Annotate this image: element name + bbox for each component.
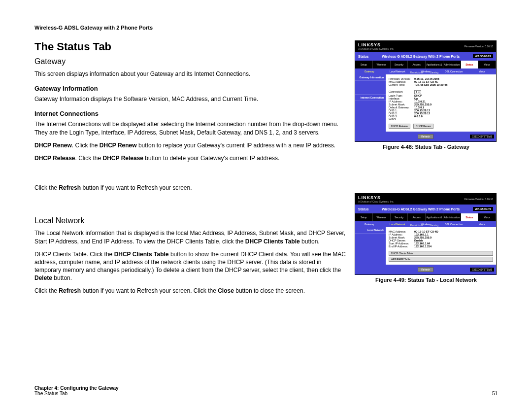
side-internetconn: Internet Connection	[355, 95, 386, 101]
dhcp-renew-label: DHCP Renew	[34, 142, 72, 149]
page-title: The Status Tab	[34, 40, 346, 53]
tab-security[interactable]: Security	[391, 213, 408, 221]
subtab-wireless[interactable]: Wireless	[411, 221, 439, 227]
dhcp-clients-table-button[interactable]: DHCP Clients Table	[389, 251, 493, 256]
refresh-note-1: Click the Refresh button if you want to …	[34, 184, 346, 192]
linksys-logo: LINKSYS	[358, 42, 394, 47]
local-p2: DHCP Clients Table. Click the DHCP Clien…	[34, 250, 346, 282]
figure-4-49-caption: Figure 4-49: Status Tab - Local Network	[355, 277, 498, 283]
nav-tabs[interactable]: Setup Wireless Security Access Restricti…	[355, 61, 496, 68]
local-p1: The Local Network information that is di…	[34, 229, 346, 245]
dhcp-renew-button[interactable]: DHCP Renew	[413, 124, 433, 129]
tab-status[interactable]: Status	[461, 213, 479, 221]
sub-tabs[interactable]: Gateway Local Network Wireless DSL Conne…	[355, 221, 496, 227]
footer-left: Chapter 4: Configuring the Gateway The S…	[34, 385, 119, 396]
subtab-local[interactable]: Local Network	[383, 221, 411, 227]
arp-rarp-table-button[interactable]: ARP/RARP Table	[389, 257, 493, 262]
dhcp-release-text: DHCP Release. Click the DHCP Release but…	[34, 154, 346, 162]
tab-admin[interactable]: Administration	[443, 213, 461, 221]
section-local-heading: Local Network	[34, 216, 346, 225]
cisco-logo: CISCO SYSTEMS	[470, 135, 494, 138]
page-number: 51	[492, 391, 498, 396]
figure-4-48-screenshot: LINKSYS A Division of Cisco Systems, Inc…	[355, 40, 497, 142]
subtab-wireless[interactable]: Wireless	[411, 68, 439, 74]
internet-conn-heading: Internet Connections	[34, 110, 346, 117]
tab-apps[interactable]: Applications & Gaming	[426, 213, 443, 221]
dhcp-renew-text: DHCP Renew. Click the DHCP Renew button …	[34, 141, 346, 149]
gateway-info-text: Gateway Information displays the Softwar…	[34, 95, 346, 103]
internet-conn-text: The Internet Connections will be display…	[34, 120, 346, 136]
side-localnet: Local Network	[355, 227, 386, 234]
subtab-local[interactable]: Local Network	[383, 68, 411, 74]
subtab-dsl[interactable]: DSL Connection	[440, 221, 468, 227]
dhcp-release-button[interactable]: DHCP Release	[389, 124, 410, 129]
nav-tabs[interactable]: Setup Wireless Security Access Restricti…	[355, 213, 496, 221]
dhcp-release-label: DHCP Release	[34, 155, 75, 162]
subtab-voice[interactable]: Voice	[468, 68, 496, 74]
local-p3: Click the Refresh button if you want to …	[34, 287, 346, 295]
side-gatewayinfo: Gateway Information	[355, 74, 386, 81]
tab-setup[interactable]: Setup	[355, 213, 373, 221]
refresh-button[interactable]: Refresh	[418, 134, 433, 139]
figure-4-49-screenshot: LINKSYS A Division of Cisco Systems, Inc…	[355, 193, 497, 275]
tab-setup[interactable]: Setup	[355, 61, 373, 68]
section-gateway-heading: Gateway	[34, 57, 346, 66]
tab-voice[interactable]: Voice	[478, 213, 496, 221]
tab-security[interactable]: Security	[391, 61, 408, 68]
linksys-logo: LINKSYS	[358, 195, 394, 200]
connection-select[interactable]: 1 ▾	[414, 90, 421, 94]
tab-wireless[interactable]: Wireless	[373, 213, 391, 221]
tab-voice[interactable]: Voice	[478, 61, 496, 68]
doc-header: Wireless-G ADSL Gateway with 2 Phone Por…	[34, 25, 498, 31]
refresh-button[interactable]: Refresh	[418, 267, 433, 272]
subtab-gateway[interactable]: Gateway	[355, 221, 383, 227]
gateway-info-heading: Gateway Information	[34, 85, 346, 92]
tab-wireless[interactable]: Wireless	[373, 61, 391, 68]
sub-tabs[interactable]: Gateway Local Network Wireless DSL Conne…	[355, 68, 496, 74]
subtab-voice[interactable]: Voice	[468, 221, 496, 227]
figure-4-48-caption: Figure 4-48: Status Tab - Gateway	[355, 144, 498, 150]
subtab-dsl[interactable]: DSL Connection	[440, 68, 468, 74]
tab-access[interactable]: Access Restrictions	[408, 213, 426, 221]
cisco-logo: CISCO SYSTEMS	[470, 268, 494, 272]
tab-access[interactable]: Access Restrictions	[408, 61, 426, 68]
subtab-gateway[interactable]: Gateway	[355, 68, 383, 74]
tab-apps[interactable]: Applications & Gaming	[426, 61, 443, 68]
status-section-label: Status	[358, 55, 368, 58]
tab-admin[interactable]: Administration	[443, 61, 461, 68]
gateway-intro: This screen displays information about y…	[34, 70, 346, 78]
tab-status[interactable]: Status	[461, 61, 479, 68]
